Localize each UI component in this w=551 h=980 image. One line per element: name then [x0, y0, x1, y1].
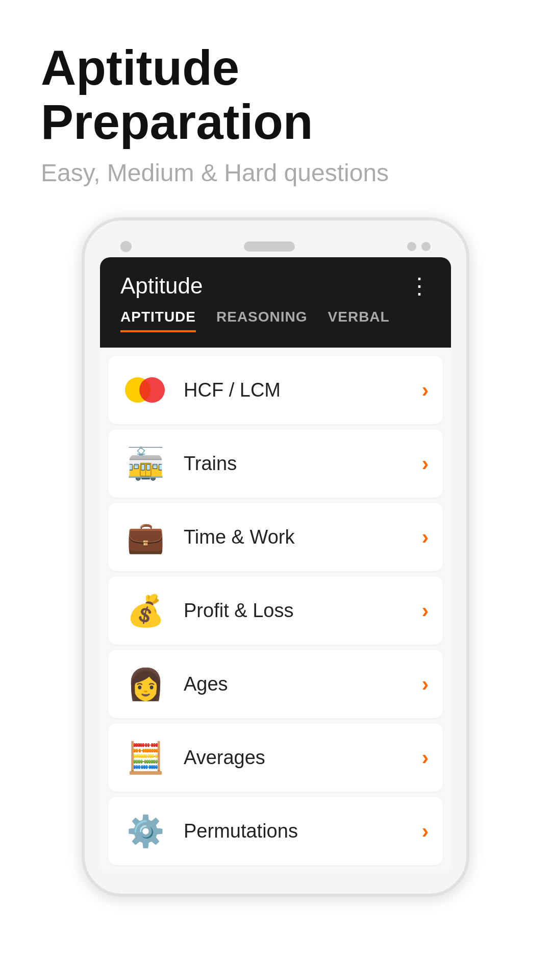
app-title: Aptitude [120, 273, 203, 299]
tab-aptitude[interactable]: APTITUDE [120, 309, 196, 332]
phone-mockup: Aptitude ⋮ APTITUDE REASONING VERBAL HCF… [82, 217, 469, 897]
more-options-button[interactable]: ⋮ [408, 273, 431, 299]
ages-arrow: › [422, 673, 429, 696]
list-item-permutations[interactable]: ⚙️ Permutations › [108, 797, 443, 865]
ages-icon: 👩 [122, 661, 168, 707]
averages-icon: 🧮 [122, 734, 168, 780]
phone-speaker [244, 241, 295, 252]
list-item-ages[interactable]: 👩 Ages › [108, 650, 443, 718]
list-item-hcf-lcm[interactable]: HCF / LCM › [108, 356, 443, 424]
list-item-profit-loss[interactable]: 💰 Profit & Loss › [108, 576, 443, 645]
list-item-averages[interactable]: 🧮 Averages › [108, 723, 443, 792]
ages-label: Ages [184, 673, 407, 695]
averages-arrow: › [422, 746, 429, 769]
time-work-label: Time & Work [184, 526, 407, 548]
phone-sensor-1 [407, 242, 416, 251]
hcf-lcm-arrow: › [422, 379, 429, 402]
phone-sensor-2 [421, 242, 431, 251]
averages-label: Averages [184, 747, 407, 769]
phone-screen: Aptitude ⋮ APTITUDE REASONING VERBAL HCF… [100, 257, 451, 873]
trains-arrow: › [422, 452, 429, 475]
tab-reasoning[interactable]: REASONING [216, 309, 308, 332]
app-header-top: Aptitude ⋮ [120, 273, 431, 299]
phone-camera [120, 241, 132, 252]
profit-loss-label: Profit & Loss [184, 600, 407, 622]
permutations-arrow: › [422, 820, 429, 843]
hcf-lcm-label: HCF / LCM [184, 379, 407, 401]
list-item-time-work[interactable]: 💼 Time & Work › [108, 503, 443, 571]
trains-label: Trains [184, 453, 407, 475]
phone-top-bar [100, 241, 451, 252]
profit-loss-arrow: › [422, 599, 429, 622]
page-subtitle: Easy, Medium & Hard questions [41, 159, 510, 187]
page-title: Aptitude Preparation [41, 41, 510, 149]
list-item-trains[interactable]: 🚋 Trains › [108, 429, 443, 498]
time-work-icon: 💼 [122, 514, 168, 560]
tab-verbal[interactable]: VERBAL [328, 309, 390, 332]
profit-loss-icon: 💰 [122, 587, 168, 633]
menu-list: HCF / LCM › 🚋 Trains › 💼 Time & Work › 💰… [100, 348, 451, 873]
phone-sensors [407, 242, 431, 251]
tabs-bar: APTITUDE REASONING VERBAL [120, 309, 431, 332]
trains-icon: 🚋 [122, 440, 168, 486]
hcf-lcm-icon [122, 367, 168, 413]
header-section: Aptitude Preparation Easy, Medium & Hard… [0, 41, 551, 187]
time-work-arrow: › [422, 526, 429, 549]
permutations-label: Permutations [184, 820, 407, 842]
app-header: Aptitude ⋮ APTITUDE REASONING VERBAL [100, 257, 451, 348]
permutations-icon: ⚙️ [122, 808, 168, 854]
